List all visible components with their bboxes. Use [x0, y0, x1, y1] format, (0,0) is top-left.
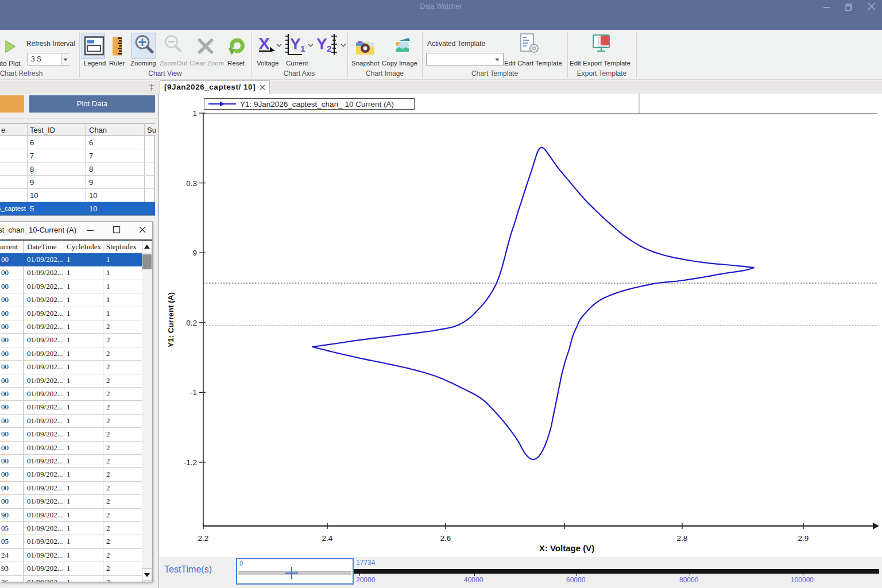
- svg-text:2.2: 2.2: [198, 534, 209, 543]
- svg-text:-1.2: -1.2: [184, 458, 197, 467]
- svg-text:0.2: 0.2: [186, 319, 197, 327]
- svg-text:-1: -1: [190, 388, 197, 397]
- svg-text:Y1: Current (A): Y1: Current (A): [167, 292, 175, 347]
- svg-text:2.8: 2.8: [677, 534, 688, 543]
- svg-text:X: Voltage (V): X: Voltage (V): [539, 543, 594, 553]
- svg-text:2.6: 2.6: [440, 534, 451, 543]
- svg-text:1: 1: [192, 109, 197, 118]
- svg-text:2.9: 2.9: [798, 534, 809, 543]
- svg-text:0.3: 0.3: [186, 179, 197, 188]
- svg-text:9: 9: [192, 249, 197, 257]
- svg-text:2.4: 2.4: [322, 534, 333, 543]
